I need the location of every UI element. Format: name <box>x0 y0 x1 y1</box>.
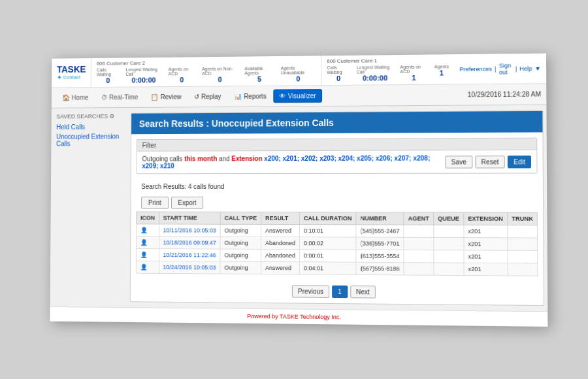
signout-link[interactable]: Sign out <box>499 62 513 75</box>
col-queue: QUEUE <box>433 212 463 225</box>
cell-result: Abandoned <box>261 249 299 261</box>
stat-agents-2: Agents 1 <box>434 64 449 81</box>
sidebar-item-held-calls[interactable]: Held Calls <box>56 122 125 132</box>
logo-taske: TASKE <box>57 65 86 74</box>
filter-buttons: Save Reset Edit <box>445 156 531 169</box>
cell-start-time: 10/21/2016 11:22:46 <box>159 249 220 261</box>
cell-icon: 👤 <box>136 237 159 249</box>
col-agent: AGENT <box>404 212 433 225</box>
col-icon: ICON <box>137 212 159 224</box>
queue-group2: 600 Customer Care 1 Calls Waiting 0 Long… <box>321 54 454 85</box>
page-1-button[interactable]: 1 <box>332 286 348 298</box>
col-trunk: TRUNK <box>507 212 537 225</box>
cell-extension: x201 <box>464 225 508 238</box>
page-title: Search Results : Unoccupied Extension Ca… <box>131 111 543 134</box>
cell-call-type: Outgoing <box>220 237 261 249</box>
table-row: 👤 10/24/2016 10:05:03 Outgoing Answered … <box>136 261 538 276</box>
results-count: Search Results: 4 calls found <box>131 179 544 194</box>
sidebar: SAVED SEARCHES ⚙ Held Calls Unoccupied E… <box>55 113 125 302</box>
action-buttons: Print Export <box>131 194 543 212</box>
table-container: ICON START TIME CALL TYPE RESULT CALL DU… <box>131 212 544 276</box>
col-extension: EXTENSION <box>463 212 507 225</box>
print-button[interactable]: Print <box>141 197 169 209</box>
header-links: Preferences | Sign out | Help ▼ <box>454 54 546 84</box>
cell-queue <box>434 263 464 276</box>
pagination: Previous 1 Next <box>131 278 544 305</box>
stat-avail-agents-1: Available Agents 5 <box>244 66 274 83</box>
col-result: RESULT <box>261 212 300 224</box>
help-dropdown-icon: ▼ <box>535 65 541 71</box>
queue-group1: 606 Customer Care 2 Calls Waiting 0 Long… <box>91 56 321 87</box>
cell-number: (336)555-7701 <box>356 237 404 250</box>
cell-agent <box>404 250 433 262</box>
logo: TASKE ✦ Contact <box>52 58 91 87</box>
cell-call-type: Outgoing <box>220 224 261 237</box>
cell-agent <box>404 237 433 250</box>
sidebar-title: SAVED SEARCHES ⚙ <box>56 113 125 120</box>
cell-icon: 👤 <box>137 224 159 237</box>
reset-button[interactable]: Reset <box>475 156 505 168</box>
cell-extension: x201 <box>464 238 508 251</box>
filter-box: Filter Outgoing calls this month and Ext… <box>137 138 538 174</box>
cell-duration: 0:00:01 <box>299 250 356 263</box>
footer-text: Powered by TASKE Technology Inc. <box>247 313 341 321</box>
cell-start-time: 10/11/2016 10:05:03 <box>159 224 220 237</box>
cell-result: Answered <box>261 261 299 274</box>
table-row: 👤 10/11/2016 10:05:03 Outgoing Answered … <box>137 224 538 238</box>
stat-agents-acd-2: Agents on ACD 1 <box>400 65 427 82</box>
cell-queue <box>433 237 463 250</box>
cell-call-type: Outgoing <box>220 261 261 274</box>
review-button[interactable]: 📋 Review <box>145 90 187 104</box>
sidebar-item-unoccupied[interactable]: Unoccupied Extension Calls <box>56 131 125 148</box>
main-panel: Search Results : Unoccupied Extension Ca… <box>130 110 544 306</box>
stat-calls-waiting-1: Calls Waiting 0 <box>97 67 120 84</box>
cell-trunk <box>508 225 538 238</box>
replay-icon: ↺ <box>194 93 199 101</box>
stat-unavail-agents-1: Agents Unavailable 0 <box>281 65 316 82</box>
stat-calls-waiting-2: Calls Waiting 0 <box>327 65 350 82</box>
visualizer-button[interactable]: 👁 Visualizer <box>274 89 322 103</box>
next-page-button[interactable]: Next <box>350 286 376 299</box>
cell-call-type: Outgoing <box>220 249 261 261</box>
navigation-bar: 🏠 Home ⏱ Real-Time 📋 Review ↺ Replay 📊 R… <box>52 84 547 108</box>
preferences-link[interactable]: Preferences <box>459 65 492 73</box>
cell-result: Answered <box>261 224 299 237</box>
cell-start-time: 10/18/2016 09:09:47 <box>159 237 220 249</box>
cell-trunk <box>508 263 538 276</box>
cell-agent <box>404 263 433 276</box>
help-link[interactable]: Help <box>519 65 532 72</box>
col-call-type: CALL TYPE <box>220 212 261 224</box>
stat-agents-nonacd-1: Agents on Non-ACD 0 <box>202 67 238 84</box>
cell-duration: 0:00:02 <box>299 237 356 250</box>
filter-label: Filter <box>137 139 537 152</box>
export-button[interactable]: Export <box>171 197 204 209</box>
timestamp: 10/29/2016 11:24:28 AM <box>468 90 541 98</box>
cell-trunk <box>508 238 538 251</box>
col-start-time: START TIME <box>159 212 220 224</box>
prev-page-button[interactable]: Previous <box>292 285 329 298</box>
cell-extension: x201 <box>464 263 508 276</box>
col-duration: CALL DURATION <box>299 212 356 225</box>
queue-group2-title: 600 Customer Care 1 <box>327 57 449 64</box>
cell-extension: x201 <box>464 250 508 263</box>
edit-button[interactable]: Edit <box>508 156 532 168</box>
cell-agent <box>404 225 433 237</box>
cell-duration: 0:04:01 <box>299 262 356 275</box>
save-button[interactable]: Save <box>445 156 472 168</box>
clock-icon: ⏱ <box>101 94 108 101</box>
results-table: ICON START TIME CALL TYPE RESULT CALL DU… <box>136 212 538 276</box>
cell-number: (613)555-3554 <box>356 250 404 263</box>
replay-button[interactable]: ↺ Replay <box>188 90 227 103</box>
settings-icon[interactable]: ⚙ <box>109 113 114 120</box>
col-number: NUMBER <box>356 212 404 225</box>
bar-chart-icon: 📊 <box>234 93 242 100</box>
home-button[interactable]: 🏠 Home <box>57 91 95 105</box>
cell-start-time: 10/24/2016 10:05:03 <box>159 261 220 274</box>
reports-button[interactable]: 📊 Reports <box>228 90 272 103</box>
stat-longest-wait-1: Longest Waiting Call 0:00:00 <box>125 67 161 84</box>
cell-result: Abandoned <box>261 237 299 249</box>
eye-icon: 👁 <box>280 93 286 100</box>
review-icon: 📋 <box>151 93 159 101</box>
cell-number: (545)555-2467 <box>356 225 404 237</box>
realtime-button[interactable]: ⏱ Real-Time <box>95 90 144 104</box>
